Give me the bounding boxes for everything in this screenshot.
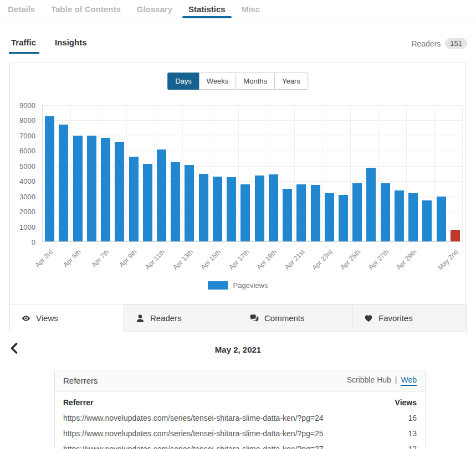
gridline bbox=[294, 105, 295, 241]
pageviews-bar[interactable] bbox=[199, 174, 208, 241]
tab-views[interactable]: Views bbox=[10, 305, 124, 332]
tab-traffic[interactable]: Traffic bbox=[9, 35, 39, 55]
gridline bbox=[43, 120, 462, 121]
gridline bbox=[350, 105, 351, 241]
pageviews-bar[interactable] bbox=[129, 157, 139, 241]
readers-label: Readers bbox=[411, 39, 441, 48]
pageviews-bar[interactable] bbox=[352, 183, 362, 241]
gridline bbox=[182, 105, 183, 241]
pageviews-bar[interactable] bbox=[101, 138, 110, 241]
stats-sub-nav: Traffic Insights Readers 151 bbox=[0, 32, 476, 56]
tab-glossary[interactable]: Glossary bbox=[131, 0, 178, 18]
legend-pageviews-swatch bbox=[208, 281, 228, 290]
gridline bbox=[155, 105, 155, 241]
tab-comments[interactable]: Comments bbox=[238, 305, 352, 332]
readers-count-badge: 151 bbox=[445, 38, 467, 49]
referrers-table: Referrer Views https://www.novelupdates.… bbox=[55, 392, 425, 449]
x-axis-tick: Apr 9th bbox=[118, 248, 139, 269]
y-axis-tick: 5000 bbox=[19, 162, 35, 170]
y-axis-tick: 3000 bbox=[19, 192, 35, 200]
pageviews-bar[interactable] bbox=[437, 197, 446, 241]
pageviews-bar[interactable] bbox=[408, 193, 418, 241]
source-scribble-hub[interactable]: Scribble Hub bbox=[347, 375, 391, 384]
referrer-url: https://www.novelupdates.com/series/tens… bbox=[63, 410, 390, 426]
gridline bbox=[99, 105, 99, 241]
referrer-views: 16 bbox=[390, 410, 417, 426]
x-axis-tick: Apr 13th bbox=[171, 248, 195, 271]
x-axis-tick: Apr 7th bbox=[90, 248, 110, 269]
pageviews-bar[interactable] bbox=[185, 165, 194, 241]
tab-statistics[interactable]: Statistics bbox=[182, 0, 232, 18]
source-web[interactable]: Web bbox=[401, 375, 417, 386]
tab-favorites-label: Favorites bbox=[378, 313, 413, 323]
y-axis-tick: 6000 bbox=[19, 147, 35, 155]
date-nav: May 2, 2021 bbox=[0, 339, 476, 361]
tab-readers-label: Readers bbox=[150, 313, 182, 323]
gridline bbox=[238, 105, 239, 241]
pageviews-bar[interactable] bbox=[171, 162, 180, 241]
x-axis-tick: Apr 21st bbox=[283, 248, 306, 271]
pageviews-bar[interactable] bbox=[381, 183, 390, 241]
referrers-header: Referrers Scribble Hub | Web bbox=[55, 370, 425, 392]
x-axis-tick: Apr 27th bbox=[367, 248, 390, 271]
range-button-group: Days Weeks Months Years bbox=[167, 73, 308, 90]
y-axis-tick: 4000 bbox=[19, 177, 35, 185]
y-axis-tick: 8000 bbox=[19, 116, 35, 125]
pageviews-bar[interactable] bbox=[255, 176, 264, 241]
range-months-button[interactable]: Months bbox=[236, 73, 275, 90]
pageviews-bar[interactable] bbox=[115, 142, 124, 241]
pageviews-bar[interactable] bbox=[325, 193, 334, 241]
pageviews-bar[interactable] bbox=[87, 136, 96, 241]
x-axis-tick: May 2nd bbox=[437, 248, 460, 271]
pageviews-bar[interactable] bbox=[59, 125, 68, 241]
pageviews-bar[interactable] bbox=[339, 195, 348, 241]
table-row: https://www.novelupdates.com/series/tens… bbox=[63, 441, 417, 449]
tab-views-label: Views bbox=[36, 313, 58, 323]
pageviews-bar[interactable] bbox=[296, 184, 306, 241]
pageviews-bar[interactable] bbox=[311, 185, 320, 241]
pageviews-bar[interactable] bbox=[269, 174, 278, 241]
pageviews-bar[interactable] bbox=[422, 200, 432, 241]
gridline bbox=[43, 105, 462, 106]
metric-tabs: Views Readers Comments Favorites bbox=[9, 305, 467, 332]
range-days-button[interactable]: Days bbox=[167, 73, 199, 90]
referrer-url: https://www.novelupdates.com/series/tens… bbox=[63, 441, 390, 449]
pageviews-bar[interactable] bbox=[366, 168, 376, 241]
chart-ylabels: 0100020003000400050006000700080009000 bbox=[10, 105, 39, 242]
traffic-chart-panel: Days Weeks Months Years 0100020003000400… bbox=[9, 63, 466, 305]
pageviews-bar[interactable] bbox=[213, 177, 222, 241]
heart-icon bbox=[364, 314, 373, 323]
pageviews-bar[interactable] bbox=[157, 149, 166, 241]
pageviews-bar[interactable] bbox=[143, 164, 152, 241]
tab-favorites[interactable]: Favorites bbox=[352, 305, 467, 332]
y-axis-tick: 1000 bbox=[19, 223, 35, 231]
gridline bbox=[462, 105, 463, 241]
tab-comments-label: Comments bbox=[264, 313, 305, 323]
pageviews-bar[interactable] bbox=[73, 136, 83, 241]
pageviews-bar[interactable] bbox=[395, 190, 404, 241]
legend-pageviews-label: Pageviews bbox=[233, 281, 268, 290]
table-row: https://www.novelupdates.com/series/tens… bbox=[63, 426, 417, 441]
range-weeks-button[interactable]: Weeks bbox=[199, 73, 237, 90]
pageviews-bar[interactable] bbox=[240, 184, 250, 241]
referrer-source-toggle: Scribble Hub | Web bbox=[347, 375, 417, 386]
tab-readers[interactable]: Readers bbox=[124, 305, 238, 332]
gridline bbox=[406, 105, 407, 241]
x-axis-tick: Apr 11th bbox=[144, 248, 166, 271]
tab-misc[interactable]: Misc bbox=[236, 0, 266, 18]
pageviews-bar[interactable] bbox=[451, 230, 460, 241]
tab-insights[interactable]: Insights bbox=[53, 35, 90, 55]
tab-table-of-contents[interactable]: Table of Contents bbox=[45, 0, 127, 18]
column-referrer: Referrer bbox=[63, 393, 390, 410]
pageviews-bar[interactable] bbox=[45, 116, 54, 241]
pageviews-bar[interactable] bbox=[227, 177, 236, 241]
referrer-views: 12 bbox=[390, 441, 417, 449]
tab-details[interactable]: Details bbox=[2, 0, 41, 18]
gridline bbox=[126, 105, 127, 241]
range-years-button[interactable]: Years bbox=[274, 73, 308, 90]
selected-date: May 2, 2021 bbox=[0, 345, 476, 354]
column-views: Views bbox=[390, 393, 417, 410]
pageviews-bar[interactable] bbox=[283, 189, 292, 242]
gridline bbox=[323, 105, 323, 241]
person-icon bbox=[136, 314, 145, 323]
